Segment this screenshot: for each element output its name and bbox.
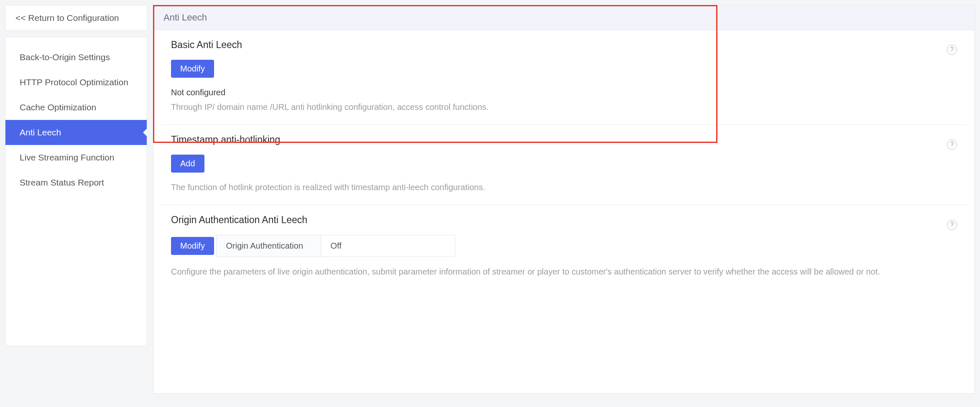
help-icon[interactable]: ? bbox=[947, 140, 957, 150]
origin-auth-value: Off bbox=[321, 235, 455, 257]
origin-auth-key: Origin Authentication bbox=[217, 235, 321, 257]
section-title-basic: Basic Anti Leech bbox=[171, 39, 242, 51]
sidebar-item-stream-status[interactable]: Stream Status Report bbox=[5, 170, 147, 195]
sidebar-item-cache-optimization[interactable]: Cache Optimization bbox=[5, 95, 147, 120]
sidebar-item-live-streaming[interactable]: Live Streaming Function bbox=[5, 145, 147, 170]
section-title-origin-auth: Origin Authentication Anti Leech bbox=[171, 214, 307, 226]
sidebar: << Return to Configuration Back-to-Origi… bbox=[5, 5, 147, 346]
sidebar-menu: Back-to-Origin Settings HTTP Protocol Op… bbox=[5, 37, 147, 346]
modify-basic-button[interactable]: Modify bbox=[171, 60, 214, 78]
basic-status-text: Not configured bbox=[171, 88, 957, 97]
section-timestamp-anti-hotlinking: Timestamp anti-hotlinking ? Add The func… bbox=[161, 125, 967, 205]
origin-auth-description: Configure the parameters of live origin … bbox=[171, 267, 957, 277]
help-icon[interactable]: ? bbox=[947, 220, 957, 230]
section-basic-anti-leech: Basic Anti Leech ? Modify Not configured… bbox=[161, 30, 967, 125]
sidebar-item-back-to-origin[interactable]: Back-to-Origin Settings bbox=[5, 45, 147, 70]
section-origin-auth: Origin Authentication Anti Leech ? Modif… bbox=[161, 205, 967, 289]
help-icon[interactable]: ? bbox=[947, 45, 957, 55]
sidebar-item-anti-leech[interactable]: Anti Leech bbox=[5, 120, 147, 145]
section-title-timestamp: Timestamp anti-hotlinking bbox=[171, 134, 280, 145]
origin-auth-table: Origin Authentication Off bbox=[216, 235, 455, 257]
timestamp-description: The function of hotlink protection is re… bbox=[171, 183, 957, 192]
return-to-configuration-link[interactable]: << Return to Configuration bbox=[5, 5, 147, 31]
app-root: << Return to Configuration Back-to-Origi… bbox=[0, 0, 980, 399]
main-panel: Anti Leech Basic Anti Leech ? Modify Not… bbox=[153, 5, 975, 394]
sidebar-item-http-protocol[interactable]: HTTP Protocol Optimization bbox=[5, 70, 147, 95]
add-timestamp-button[interactable]: Add bbox=[171, 155, 204, 173]
page-title: Anti Leech bbox=[153, 5, 975, 30]
modify-origin-auth-button[interactable]: Modify bbox=[171, 237, 214, 255]
basic-description: Through IP/ domain name /URL anti hotlin… bbox=[171, 102, 957, 112]
